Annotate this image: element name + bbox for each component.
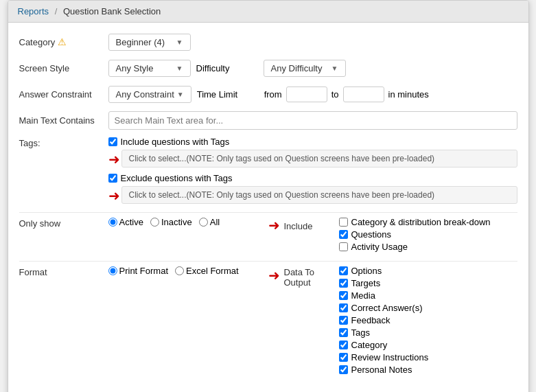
exclude-tags-checkbox[interactable] [108, 174, 117, 183]
only-show-label: Only show [19, 217, 108, 229]
category-label: Category ⚠ [19, 36, 108, 47]
data-correct-checkbox[interactable] [339, 303, 348, 312]
divider-2 [19, 261, 517, 262]
difficulty-label: Difficulty [196, 63, 258, 73]
data-tags-checkbox[interactable] [339, 328, 348, 337]
include-category-item: Category & distribution break-down [339, 217, 517, 227]
radio-excel-input[interactable] [175, 266, 184, 275]
data-media-item: Media [339, 290, 517, 301]
radio-all-input[interactable] [199, 218, 208, 227]
category-caret: ▼ [176, 38, 183, 46]
radio-excel: Excel Format [175, 266, 239, 276]
answer-constraint-label: Answer Constraint [19, 89, 108, 100]
time-from-input[interactable] [286, 87, 327, 102]
include-checkboxes: Category & distribution break-down Quest… [339, 217, 517, 254]
data-targets-checkbox[interactable] [339, 279, 348, 288]
data-category-item: Category [339, 340, 517, 350]
data-options-item: Options [339, 266, 517, 276]
include-activity-checkbox[interactable] [339, 242, 348, 251]
main-text-input[interactable] [108, 111, 517, 130]
radio-print: Print Format [108, 266, 169, 276]
category-dropdown[interactable]: Beginner (4) ▼ [108, 34, 191, 51]
time-limit-label: Time Limit [197, 89, 259, 100]
data-output-checkboxes: Options Targets Media Correct Answer(s) [339, 266, 517, 377]
breadcrumb-separator: / [55, 6, 58, 16]
data-output-col: ➜ Data To Output Options Targets Media [268, 266, 517, 377]
tags-include-content: Include questions with Tags ➜ Click to s… [108, 137, 517, 169]
exclude-tags-arrow: ➜ [108, 187, 120, 204]
only-show-include-row: Only show Active Inactive Al [19, 217, 517, 254]
data-tags-item: Tags [339, 327, 517, 338]
format-col: Format Print Format Excel Format [19, 266, 268, 277]
include-questions-item: Questions [339, 229, 517, 240]
data-category-checkbox[interactable] [339, 341, 348, 349]
tags-section: Tags: Include questions with Tags ➜ Clic… [19, 137, 517, 205]
main-text-label: Main Text Contains [19, 115, 108, 126]
radio-active: Active [108, 217, 143, 227]
warning-icon: ⚠ [58, 36, 67, 47]
include-tags-checkbox-line: Include questions with Tags [108, 137, 517, 147]
dialog-body: Category ⚠ Beginner (4) ▼ Screen Style A… [8, 23, 528, 392]
radio-active-input[interactable] [108, 218, 117, 227]
category-row: Category ⚠ Beginner (4) ▼ [19, 32, 517, 51]
reports-link[interactable]: Reports [18, 6, 49, 16]
screen-style-caret: ▼ [176, 65, 183, 72]
include-tags-arrow: ➜ [108, 151, 120, 168]
data-review-checkbox[interactable] [339, 353, 348, 362]
dialog: Reports / Question Bank Selection Catego… [8, 0, 529, 392]
format-label: Format [19, 266, 108, 277]
include-label: Include [284, 220, 339, 231]
tags-exclude-content: Exclude questions with Tags ➜ Click to s… [108, 173, 517, 205]
only-show-radio-group: Active Inactive All [108, 217, 268, 227]
format-radio-group: Print Format Excel Format [108, 266, 268, 276]
exclude-tags-checkbox-line: Exclude questions with Tags [108, 173, 517, 183]
tags-include-row: Tags: Include questions with Tags ➜ Clic… [19, 137, 517, 169]
include-tags-checkbox[interactable] [108, 137, 117, 146]
answer-constraint-dropdown[interactable]: Any Constraint ▼ [108, 86, 191, 103]
exclude-tags-select[interactable]: Click to select...(NOTE: Only tags used … [121, 186, 517, 204]
tags-exclude-spacer [19, 173, 108, 174]
format-data-row: Format Print Format Excel Format [19, 266, 517, 377]
exclude-tags-select-row: ➜ Click to select...(NOTE: Only tags use… [108, 186, 517, 205]
time-limit-area: from to in minutes [264, 87, 429, 102]
data-output-label: Data To Output [284, 266, 339, 288]
include-col: ➜ Include Category & distribution break-… [268, 217, 517, 254]
include-questions-checkbox[interactable] [339, 230, 348, 239]
answer-constraint-control: Any Constraint ▼ Time Limit from to in m… [108, 86, 517, 103]
divider-1 [19, 212, 517, 213]
include-tags-select[interactable]: Click to select...(NOTE: Only tags used … [121, 150, 517, 168]
main-text-control [108, 111, 517, 130]
radio-inactive: Inactive [150, 217, 192, 227]
tags-exclude-row: Exclude questions with Tags ➜ Click to s… [19, 173, 517, 205]
include-category-checkbox[interactable] [339, 218, 348, 227]
page-title: Question Bank Selection [63, 6, 161, 16]
data-personal-item: Personal Notes [339, 365, 517, 375]
screen-style-row: Screen Style Any Style ▼ Difficulty Any … [19, 58, 517, 78]
difficulty-caret: ▼ [331, 65, 338, 72]
time-to-input[interactable] [343, 87, 384, 102]
constraint-caret: ▼ [177, 91, 184, 98]
data-options-checkbox[interactable] [339, 266, 348, 275]
data-media-checkbox[interactable] [339, 291, 348, 300]
screen-style-label: Screen Style [19, 63, 108, 73]
only-show-col: Only show Active Inactive Al [19, 217, 268, 229]
include-activity-item: Activity Usage [339, 242, 517, 252]
difficulty-dropdown[interactable]: Any Difficulty ▼ [264, 60, 346, 77]
radio-inactive-input[interactable] [150, 218, 159, 227]
screen-style-control: Any Style ▼ Difficulty Any Difficulty ▼ [108, 60, 517, 77]
data-review-item: Review Instructions [339, 352, 517, 362]
include-arrow: ➜ [268, 217, 280, 233]
category-control: Beginner (4) ▼ [108, 34, 517, 51]
data-correct-item: Correct Answer(s) [339, 303, 517, 313]
radio-all: All [199, 217, 220, 227]
radio-print-input[interactable] [108, 266, 117, 275]
data-output-arrow: ➜ [268, 267, 280, 284]
screen-style-dropdown[interactable]: Any Style ▼ [108, 60, 191, 77]
data-targets-item: Targets [339, 278, 517, 288]
dialog-header: Reports / Question Bank Selection [8, 1, 528, 23]
main-text-row: Main Text Contains [19, 111, 517, 130]
format-radios: Print Format Excel Format [108, 266, 268, 276]
data-feedback-checkbox[interactable] [339, 316, 348, 325]
data-personal-checkbox[interactable] [339, 365, 348, 374]
include-tags-select-row: ➜ Click to select...(NOTE: Only tags use… [108, 150, 517, 169]
